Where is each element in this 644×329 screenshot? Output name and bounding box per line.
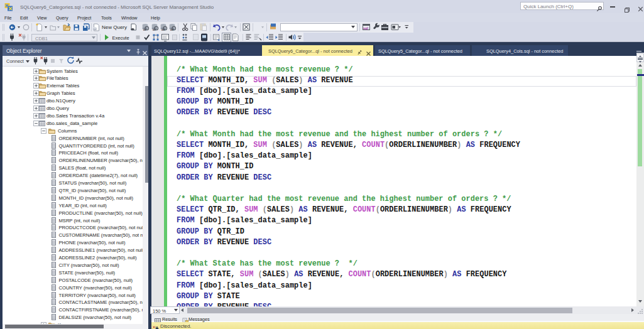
svg-text:dbf: dbf bbox=[170, 29, 174, 31]
svg-text:db: db bbox=[143, 29, 146, 31]
svg-text:sql: sql bbox=[363, 26, 368, 30]
svg-text:dbl: dbl bbox=[161, 29, 165, 31]
svg-text:db: db bbox=[153, 29, 155, 31]
